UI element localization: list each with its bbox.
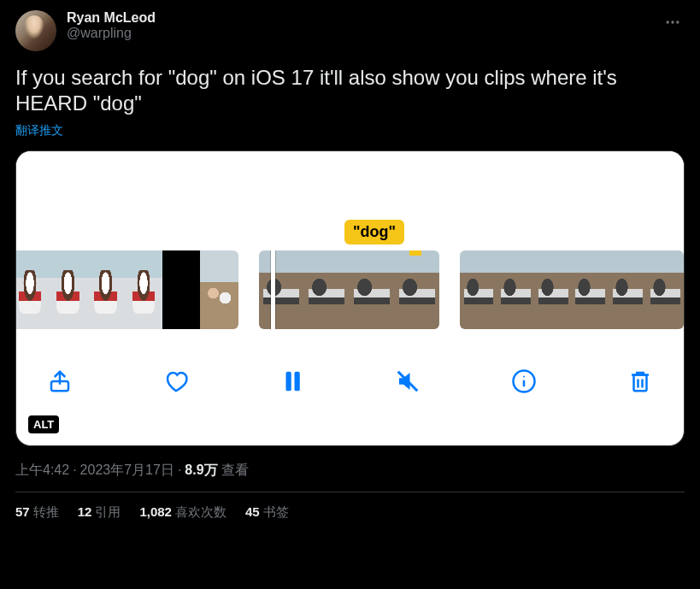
retweets-count: 57 — [15, 504, 30, 519]
clip-frame — [497, 250, 535, 329]
stat-quotes[interactable]: 12引用 — [78, 504, 121, 521]
clip-frame — [349, 250, 394, 329]
display-name: Ryan McLeod — [67, 10, 661, 26]
clip-group-2[interactable] — [259, 250, 439, 329]
tweet-meta: 上午4:42·2023年7月17日·8.9万 查看 — [15, 462, 685, 480]
views-count[interactable]: 8.9万 — [185, 462, 217, 477]
likes-count: 1,082 — [139, 504, 172, 519]
divider — [15, 492, 685, 492]
clip-frame — [162, 250, 200, 329]
clip-group-3[interactable] — [460, 250, 684, 329]
svg-rect-4 — [285, 372, 291, 392]
caption-tick — [409, 250, 421, 256]
tweet-text: If you search for "dog" on iOS 17 it'll … — [15, 65, 685, 116]
stat-retweets[interactable]: 57转推 — [15, 504, 59, 521]
clip-frame — [49, 250, 86, 329]
clip-frame — [460, 250, 497, 329]
clip-frame — [200, 250, 238, 329]
clip-frame — [534, 250, 572, 329]
caption-tag: "dog" — [344, 220, 404, 244]
tweet-container: Ryan McLeod @warpling If you search for … — [0, 0, 700, 531]
author-names[interactable]: Ryan McLeod @warpling — [67, 10, 661, 41]
bookmarks-count: 45 — [245, 504, 260, 519]
clip-frame — [304, 250, 350, 329]
stat-likes[interactable]: 1,082喜欢次数 — [139, 504, 226, 521]
info-icon[interactable] — [509, 367, 538, 396]
clip-frame — [15, 250, 49, 329]
tweet-header: Ryan McLeod @warpling — [15, 10, 685, 51]
share-icon[interactable] — [45, 367, 74, 396]
trash-icon[interactable] — [626, 367, 655, 396]
avatar[interactable] — [15, 10, 56, 51]
handle: @warpling — [67, 26, 661, 41]
quotes-count: 12 — [78, 504, 92, 519]
clip-frame — [125, 250, 162, 329]
stat-bookmarks[interactable]: 45书签 — [245, 504, 289, 521]
playhead[interactable] — [271, 250, 275, 329]
heart-icon[interactable] — [162, 367, 191, 396]
clip-frame — [259, 250, 304, 329]
svg-point-9 — [523, 375, 525, 377]
mute-icon[interactable] — [393, 367, 422, 396]
svg-rect-5 — [294, 372, 299, 392]
clip-frame — [394, 250, 439, 329]
clip-frame — [572, 250, 609, 329]
svg-rect-10 — [633, 375, 646, 392]
media-card[interactable]: "dog" — [15, 150, 685, 446]
clip-frame — [609, 250, 647, 329]
translate-link[interactable]: 翻译推文 — [15, 123, 685, 138]
views-label: 查看 — [221, 462, 249, 477]
clip-group-1[interactable] — [15, 250, 238, 329]
tweet-date[interactable]: 2023年7月17日 — [80, 462, 174, 477]
svg-point-0 — [667, 21, 669, 23]
tweet-time[interactable]: 上午4:42 — [15, 462, 69, 477]
likes-label: 喜欢次数 — [175, 504, 226, 519]
alt-badge[interactable]: ALT — [28, 415, 59, 433]
pause-icon[interactable] — [278, 367, 307, 396]
svg-point-2 — [676, 21, 679, 23]
more-icon[interactable] — [661, 10, 685, 38]
retweets-label: 转推 — [33, 504, 59, 519]
video-timeline[interactable] — [16, 247, 684, 333]
quotes-label: 引用 — [95, 504, 121, 519]
clip-frame — [646, 250, 684, 329]
svg-point-1 — [671, 21, 674, 23]
media-toolbar — [16, 333, 684, 409]
tweet-stats: 57转推 12引用 1,082喜欢次数 45书签 — [15, 504, 685, 521]
bookmarks-label: 书签 — [263, 504, 289, 519]
clip-frame — [87, 250, 125, 329]
